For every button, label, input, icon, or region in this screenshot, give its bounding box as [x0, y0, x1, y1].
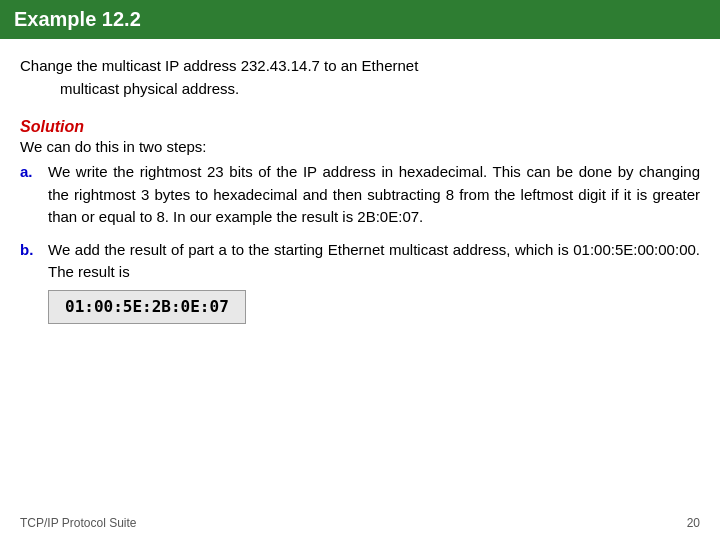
- page-title: Example 12.2: [14, 8, 141, 30]
- steps-intro: We can do this in two steps:: [20, 138, 700, 155]
- step-a-text: We write the rightmost 23 bits of the IP…: [48, 161, 700, 229]
- step-b: b. We add the result of part a to the st…: [20, 239, 700, 324]
- step-b-text-content: We add the result of part a to the start…: [48, 241, 700, 281]
- intro-line2: multicast physical address.: [60, 78, 700, 101]
- intro-paragraph: Change the multicast IP address 232.43.1…: [20, 55, 700, 100]
- step-b-text: We add the result of part a to the start…: [48, 239, 700, 324]
- step-b-label: b.: [20, 239, 48, 262]
- footer-left: TCP/IP Protocol Suite: [20, 516, 137, 530]
- steps-list: a. We write the rightmost 23 bits of the…: [20, 161, 700, 324]
- result-box: 01:00:5E:2B:0E:07: [48, 290, 246, 324]
- footer: TCP/IP Protocol Suite 20: [20, 516, 700, 530]
- footer-right: 20: [687, 516, 700, 530]
- main-content: Change the multicast IP address 232.43.1…: [0, 55, 720, 324]
- intro-line1: Change the multicast IP address 232.43.1…: [20, 57, 418, 74]
- step-a-label: a.: [20, 161, 48, 184]
- solution-label: Solution: [20, 118, 700, 136]
- step-a: a. We write the rightmost 23 bits of the…: [20, 161, 700, 229]
- header: Example 12.2: [0, 0, 720, 39]
